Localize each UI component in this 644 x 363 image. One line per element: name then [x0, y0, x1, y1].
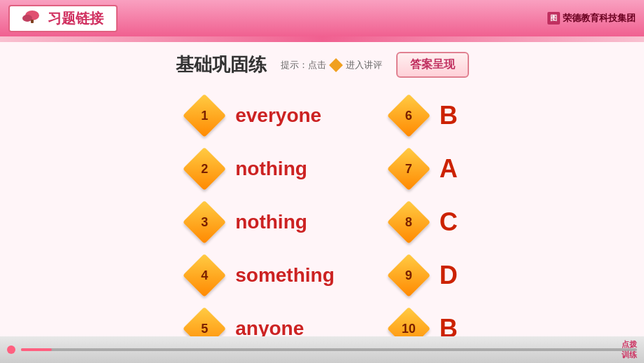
item-answer-text: something	[235, 264, 335, 287]
svg-point-1	[22, 15, 32, 22]
main-content: 基础巩固练 提示：点击 进入讲评 答案呈现 1 everyone 2 nothi…	[0, 42, 644, 359]
hint-text: 提示：点击 进入讲评	[281, 59, 382, 71]
bottom-logo-line1: 点拨	[622, 339, 637, 350]
list-item: 2 nothing	[186, 145, 335, 193]
logo-text: 荣德教育科技集团	[563, 12, 636, 25]
item-number: 1	[201, 109, 208, 123]
diamond-badge: 9	[391, 257, 427, 294]
item-answer-text: A	[440, 154, 458, 184]
item-number: 8	[405, 215, 412, 230]
progress-fill	[21, 348, 52, 351]
item-number: 10	[402, 322, 416, 336]
title-row: 基础巩固练 提示：点击 进入讲评 答案呈现	[21, 42, 623, 85]
header: 习题链接 图 荣德教育科技集团	[0, 0, 644, 36]
item-answer-text: nothing	[235, 158, 307, 180]
diamond-badge: 8	[391, 204, 427, 240]
list-item: 8 C	[391, 198, 458, 246]
diamond-badge: 4	[186, 257, 223, 294]
list-item: 4 something	[186, 252, 335, 299]
header-left: 习题链接	[8, 5, 118, 32]
item-answer-text: nothing	[235, 211, 307, 233]
diamond-badge: 2	[186, 151, 223, 187]
left-column: 1 everyone 2 nothing 3 nothing 4 somethi…	[186, 92, 335, 352]
header-title-box: 习题链接	[8, 5, 118, 32]
logo-icon: 图	[547, 12, 560, 25]
progress-line	[21, 348, 637, 351]
item-answer-text: B	[440, 101, 458, 130]
item-number: 3	[201, 215, 208, 230]
list-item: 1 everyone	[186, 92, 335, 139]
item-number: 7	[405, 162, 412, 177]
diamond-badge: 6	[391, 97, 427, 134]
header-title: 习题链接	[48, 9, 104, 28]
header-logo: 图 荣德教育科技集团	[547, 12, 636, 25]
bottom-logo-line2: 训练	[622, 350, 637, 360]
right-column: 6 B 7 A 8 C 9 D 10	[391, 92, 458, 352]
svg-rect-2	[31, 20, 34, 23]
list-item: 9 D	[391, 252, 458, 299]
tree-icon	[22, 10, 42, 27]
item-answer-text: D	[440, 261, 458, 290]
item-answer-text: everyone	[235, 104, 321, 127]
item-number: 9	[405, 268, 412, 283]
diamond-badge: 1	[186, 97, 223, 134]
list-item: 3 nothing	[186, 198, 335, 246]
header-stripe	[0, 36, 644, 42]
progress-dot	[7, 345, 15, 354]
item-number: 2	[201, 162, 208, 177]
main-title: 基础巩固练	[176, 53, 267, 77]
answer-button[interactable]: 答案呈现	[396, 52, 469, 78]
diamond-badge: 7	[391, 151, 427, 187]
item-answer-text: C	[440, 207, 458, 237]
item-number: 4	[201, 268, 208, 283]
item-number: 6	[405, 109, 412, 123]
list-item: 6 B	[391, 92, 458, 139]
bottom-bar: 点拨 训练	[0, 336, 644, 363]
diamond-badge: 3	[186, 204, 223, 240]
item-number: 5	[201, 322, 208, 336]
items-grid: 1 everyone 2 nothing 3 nothing 4 somethi…	[21, 85, 623, 359]
hint-diamond-icon	[329, 58, 343, 72]
list-item: 7 A	[391, 145, 458, 193]
bottom-right-logo: 点拨 训练	[622, 339, 637, 360]
